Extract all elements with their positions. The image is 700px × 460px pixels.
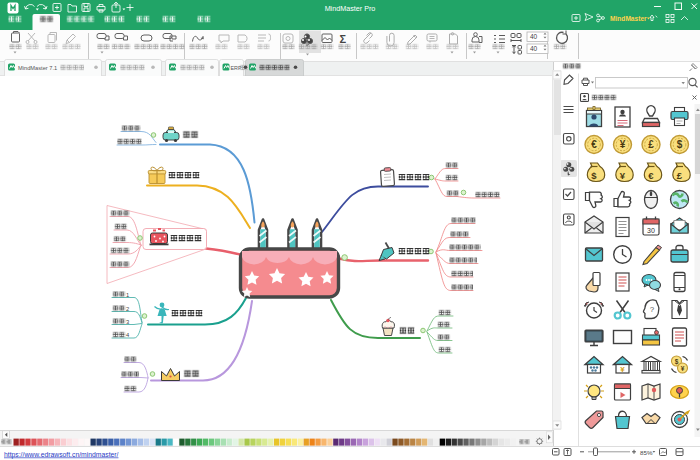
svg-text:MindMaster 7.1: MindMaster 7.1 <box>18 65 57 71</box>
svg-text:£: £ <box>677 170 683 181</box>
svg-text:40: 40 <box>530 45 538 52</box>
svg-text:1: 1 <box>126 292 129 298</box>
svg-text:4: 4 <box>126 332 130 338</box>
svg-text:$: $ <box>591 170 597 181</box>
svg-text:¥: ¥ <box>620 139 626 150</box>
svg-text:https://www.edrawsoft.cn/mindm: https://www.edrawsoft.cn/mindmaster/ <box>4 451 119 459</box>
svg-text:¥: ¥ <box>620 170 626 181</box>
svg-text:¥: ¥ <box>681 365 685 372</box>
svg-text:3: 3 <box>126 319 129 325</box>
svg-text:£: £ <box>648 139 654 150</box>
svg-text:Σ: Σ <box>340 33 347 45</box>
svg-text:€: € <box>591 139 597 150</box>
svg-text:?: ? <box>650 305 655 314</box>
svg-text:¥: ¥ <box>620 365 625 374</box>
svg-text:MindMaster Pro: MindMaster Pro <box>325 4 376 13</box>
svg-text:40: 40 <box>530 33 538 40</box>
svg-text:30: 30 <box>647 227 655 234</box>
svg-text:MindMaster: MindMaster <box>610 15 647 22</box>
svg-text:$: $ <box>677 139 683 150</box>
svg-text:$: $ <box>675 358 679 366</box>
svg-text:€: € <box>648 170 654 181</box>
svg-text:2: 2 <box>126 306 129 312</box>
svg-text:85%: 85% <box>640 449 653 456</box>
